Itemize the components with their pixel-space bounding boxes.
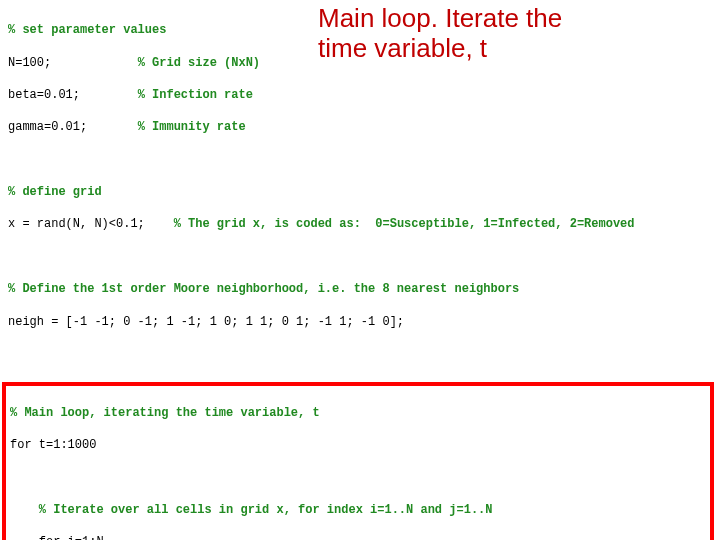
code-line: neigh = [-1 -1; 0 -1; 1 -1; 1 0; 1 1; 0 … bbox=[8, 314, 712, 330]
blank-line bbox=[8, 346, 712, 362]
comment-line: % Iterate over all cells in grid x, for … bbox=[10, 502, 706, 518]
code-line: for i=1:N bbox=[10, 534, 706, 540]
code-line: beta=0.01; % Infection rate bbox=[8, 87, 712, 103]
comment-line: % Define the 1st order Moore neighborhoo… bbox=[8, 281, 712, 297]
code-line: for t=1:1000 bbox=[10, 437, 706, 453]
blank-line bbox=[8, 249, 712, 265]
callout-annotation: Main loop. Iterate the time variable, t bbox=[318, 4, 562, 64]
code-line: gamma=0.01; % Immunity rate bbox=[8, 119, 712, 135]
blank-line bbox=[8, 152, 712, 168]
main-loop-highlight-box: % Main loop, iterating the time variable… bbox=[2, 382, 714, 540]
code-line: x = rand(N, N)<0.1; % The grid x, is cod… bbox=[8, 216, 712, 232]
callout-line-2: time variable, t bbox=[318, 34, 562, 64]
comment-line: % Main loop, iterating the time variable… bbox=[10, 405, 706, 421]
callout-line-1: Main loop. Iterate the bbox=[318, 4, 562, 34]
blank-line bbox=[10, 469, 706, 485]
comment-line: % define grid bbox=[8, 184, 712, 200]
